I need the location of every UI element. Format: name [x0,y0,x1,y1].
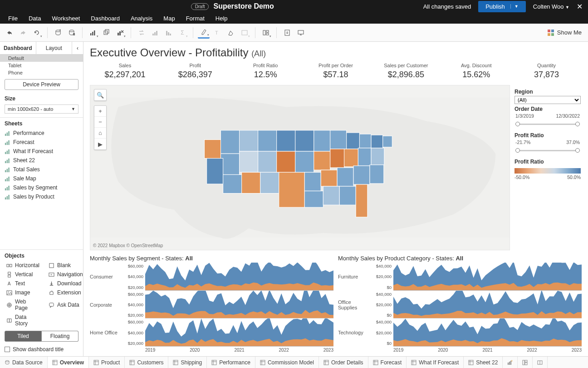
tab-layout[interactable]: Layout [36,42,73,54]
sort-desc-button[interactable] [163,27,175,39]
svg-rect-10 [119,31,121,35]
tab-datasource[interactable]: Data Source [0,357,48,368]
svg-rect-3 [74,33,75,35]
menu-worksheet[interactable]: Worksheet [46,14,85,23]
duplicate-button[interactable] [101,27,113,39]
highlight-button[interactable]: ▾ [198,27,210,39]
menu-file[interactable]: File [3,14,23,23]
map-view[interactable]: 🔍 + − ⌂ ▶ © 2022 Mapbox © OpenStreetMap [90,85,510,250]
object-item[interactable]: Navigation [44,270,88,279]
sheet-item[interactable]: Sheet 22 [0,156,83,165]
format-button[interactable] [225,27,237,39]
show-title-checkbox[interactable]: Show dashboard title [0,344,83,356]
svg-rect-136 [525,360,527,362]
sheet-tab[interactable]: Forecast [368,357,407,368]
size-select[interactable]: min 1000x620 - auto▼ [5,104,78,114]
swap-button[interactable] [136,27,147,39]
device-default[interactable]: Default [0,55,83,62]
menu-map[interactable]: Map [158,14,180,23]
map-home-icon[interactable]: ⌂ [94,128,106,139]
sheet-item[interactable]: Performance [0,129,83,138]
user-menu[interactable]: Colten Woo ▼ [533,3,569,10]
collapse-pane-icon[interactable]: ‹ [72,42,83,54]
sheet-item[interactable]: Sales by Segment [0,183,83,192]
sheet-item[interactable]: Forecast [0,138,83,147]
sort-asc-button[interactable] [149,27,161,39]
pause-data-button[interactable] [66,27,78,39]
sheet-tab[interactable]: Order Details [319,357,368,368]
new-datasource-button[interactable] [52,27,64,39]
sheets-heading: Sheets [0,118,83,129]
close-icon[interactable]: ✕ [577,2,583,11]
toggle-floating[interactable]: Floating [42,331,78,342]
download-button[interactable] [281,27,293,39]
sheet-item[interactable]: Sale Map [0,174,83,183]
sheet-tab[interactable]: Product [89,357,125,368]
menu-help[interactable]: Help [210,14,233,23]
map-pan-icon[interactable]: ▶ [94,139,106,149]
sheet-item[interactable]: What If Forecast [0,147,83,156]
object-item[interactable]: Extension [44,288,88,297]
object-item[interactable]: Vertical [2,270,44,279]
menu-format[interactable]: Format [181,14,210,23]
sheet-tab[interactable]: Shipping [168,357,207,368]
svg-rect-19 [263,30,265,35]
totals-button[interactable]: Σ▾ [176,27,188,39]
dashboard-size-button[interactable]: ▾ [260,27,272,39]
svg-rect-55 [8,272,11,274]
undo-button[interactable] [4,27,15,39]
new-story-button[interactable] [533,357,548,368]
menu-dashboard[interactable]: Dashboard [85,14,125,23]
svg-rect-28 [5,134,6,136]
sheet-tab[interactable]: Performance [207,357,255,368]
svg-rect-107 [130,360,134,365]
sheet-tab[interactable]: Customers [125,357,168,368]
menu-analysis[interactable]: Analysis [125,14,158,23]
object-item[interactable]: Blank [44,261,88,270]
object-item[interactable]: AText [2,279,44,288]
object-item[interactable]: Download [44,279,88,288]
sheet-tab[interactable]: Sheet 22 [464,357,503,368]
sheet-tab[interactable]: Commission Model [255,357,319,368]
sheet-item[interactable]: Sales by Product [0,192,83,201]
show-me-button[interactable]: Show Me [544,29,584,36]
grad-max: 50.0% [567,174,581,180]
redo-button[interactable] [17,27,29,39]
tab-dashboard[interactable]: Dashboard [0,42,36,54]
region-select[interactable]: (All) [514,96,581,104]
publish-button[interactable]: Publish▼ [478,1,526,12]
clear-button[interactable]: ▾ [114,27,126,39]
revert-button[interactable]: ▾ [31,27,43,39]
svg-rect-86 [207,158,223,184]
grad-min: -50.0% [514,174,529,180]
device-tablet[interactable]: Tablet [0,62,83,69]
date-slider[interactable] [515,121,580,128]
present-button[interactable] [295,27,307,39]
publish-dropdown-icon[interactable]: ▼ [510,4,519,9]
object-item[interactable]: Image [2,288,44,297]
map-zoom-in[interactable]: + [94,106,106,117]
pr-slider[interactable] [515,148,580,154]
new-sheet-button[interactable]: + [503,357,518,368]
new-worksheet-button[interactable]: ▾ [87,27,99,39]
sheet-tab[interactable]: What If Forecast [407,357,464,368]
labels-button[interactable]: T [211,27,223,39]
map-search-icon[interactable]: 🔍 [94,90,106,100]
new-dashboard-button[interactable] [518,357,533,368]
object-item[interactable]: Data Story [2,313,44,328]
kpi: Sales$2,297,201 [90,63,160,80]
object-item[interactable]: Ask Data [44,297,88,313]
toggle-tiled[interactable]: Tiled [5,331,42,342]
sheet-tab[interactable]: Overview [48,357,89,368]
sheet-item[interactable]: Total Sales [0,165,83,174]
menu-data[interactable]: Data [23,14,46,23]
object-item[interactable]: Web Page [2,297,44,313]
svg-rect-48 [8,185,9,190]
device-preview-button[interactable]: Device Preview [5,79,78,90]
map-zoom-out[interactable]: − [94,117,106,128]
svg-rect-40 [5,170,6,172]
fit-button[interactable]: ▾ [239,27,250,39]
svg-rect-35 [7,150,8,154]
device-phone[interactable]: Phone [0,69,83,76]
object-item[interactable]: Horizontal [2,261,44,270]
